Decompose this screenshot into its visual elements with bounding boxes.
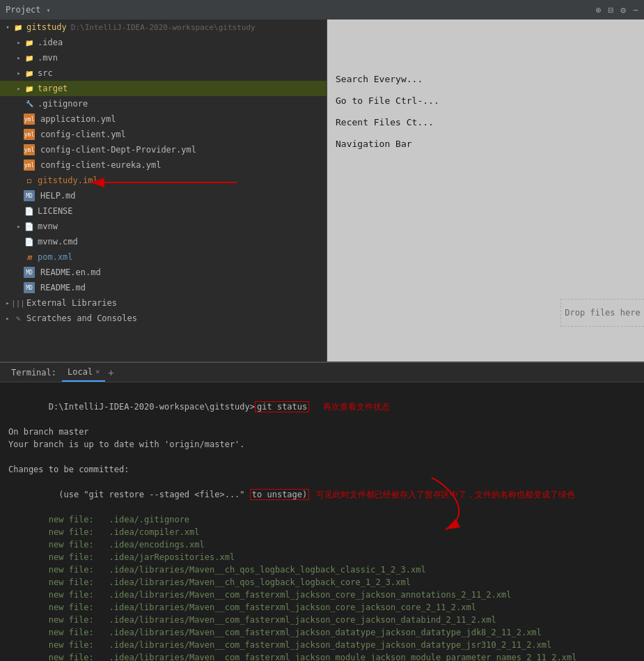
terminal-area: Terminal: Local × + D:\IntelliJ-IDEA-202… [0,361,644,661]
config-eureka-icon: yml [24,160,35,171]
terminal-line-branch: On branch master [8,426,636,438]
tree-item-mvnw-cmd[interactable]: 📄 mvnw.cmd [0,234,327,249]
terminal-line-unstage: (use "git restore --staged <file>..." to… [8,476,636,513]
tree-item-license[interactable]: 📄 LICENSE [0,203,327,219]
globe-icon[interactable]: ⊕ [596,5,602,15]
tree-item-src[interactable]: 📁 src [0,65,327,81]
add-tab-button[interactable]: + [105,367,116,378]
root-name: gitstudy [26,22,67,32]
readme-en-label: README.en.md [40,267,101,277]
tree-item-help[interactable]: MD HELP.md [0,188,327,203]
tree-item-iml[interactable]: ◻ gitstudy.iml [0,173,327,188]
terminal-line-f2: new file: .idea/compiler.xml [8,526,636,538]
config-eureka-label: config-client-eureka.yml [40,160,161,170]
terminal-line-f5: new file: .idea/libraries/Maven__ch_qos_… [8,563,636,576]
minimize-icon[interactable]: − [633,5,638,15]
help-icon: MD [24,190,35,201]
terminal-label: Terminal: [6,363,62,382]
tree-item-scratches[interactable]: ✎ Scratches and Consoles [0,311,327,326]
project-panel: 📁 gitstudy D:\IntelliJ-IDEA-2020-workspa… [0,20,327,361]
target-arrow [14,84,24,93]
readme-label: README.md [40,283,86,293]
cmd-text: git status [255,401,309,412]
terminal-content: D:\IntelliJ-IDEA-2020-workspace\gitstudy… [0,382,644,661]
menu-item-goto[interactable]: Go to File Ctrl-... [327,90,644,111]
terminal-line-f4: new file: .idea/jarRepositories.xml [8,551,636,563]
src-label: src [38,68,53,78]
scratches-icon: ✎ [13,313,24,324]
terminal-line-uptodate: Your branch is up to date with 'origin/m… [8,438,636,451]
target-label: target [38,84,68,93]
mvnw-label: mvnw [38,221,58,231]
terminal-line-f9: new file: .idea/libraries/Maven__com_fas… [8,614,636,626]
drop-files-area: Drop files here [560,299,644,327]
right-panel: Search Everyw... Go to File Ctrl-... Rec… [327,20,644,361]
gitignore-label: .gitignore [38,99,88,109]
mvnw-arrow [14,221,24,231]
settings-icon[interactable]: ⚙ [620,5,626,15]
license-label: LICENSE [38,206,73,216]
idea-folder-icon: 📁 [24,37,35,48]
idea-label: .idea [38,38,63,47]
local-tab-name: Local [68,367,93,377]
pom-label: pom.xml [38,252,73,262]
tree-item-readme[interactable]: MD README.md [0,280,327,295]
terminal-line-f7: new file: .idea/libraries/Maven__com_fas… [8,589,636,601]
tree-root[interactable]: 📁 gitstudy D:\IntelliJ-IDEA-2020-workspa… [0,20,327,35]
help-label: HELP.md [40,191,76,201]
tree-item-mvnw[interactable]: 📄 mvnw [0,219,327,234]
mvn-folder-icon: 📁 [24,52,35,63]
terminal-tab-local[interactable]: Local × [62,363,105,382]
toolbar: Project ▾ ⊕ ⊟ ⚙ − [0,0,644,20]
readme-icon: MD [24,282,35,293]
root-arrow [3,22,13,32]
terminal-line-f6: new file: .idea/libraries/Maven__ch_qos_… [8,576,636,589]
tree-item-pom[interactable]: m pom.xml [0,249,327,265]
tree-item-target[interactable]: 📁 target [0,81,327,96]
terminal-line-changes: Changes to be committed: [8,463,636,476]
mvnw-cmd-icon: 📄 [24,236,35,247]
root-folder-icon: 📁 [13,22,24,33]
menu-item-recent[interactable]: Recent Files Ct... [327,111,644,133]
config-dept-label: config-client-Dept-Provider.yml [40,145,196,155]
menu-item-navbar[interactable]: Navigation Bar [327,133,644,155]
terminal-line-f1: new file: .idea/.gitignore [8,513,636,526]
tab-close-icon[interactable]: × [95,368,100,375]
toolbar-dropdown-icon[interactable]: ▾ [47,6,51,14]
app-yml-label: application.yml [40,114,116,124]
config-dept-icon: yml [24,144,35,155]
tree-item-app-yml[interactable]: yml application.yml [0,111,327,127]
ext-libs-label: External Libraries [26,298,117,308]
terminal-tabs: Terminal: Local × + [0,363,644,382]
mvn-arrow [14,53,24,63]
tree-item-config-eureka[interactable]: yml config-client-eureka.yml [0,157,327,173]
config-client-icon: yml [24,129,35,140]
tree-item-idea[interactable]: 📁 .idea [0,35,327,50]
root-path: D:\IntelliJ-IDEA-2020-workspace\gitstudy [71,23,256,32]
tree-item-mvn[interactable]: 📁 .mvn [0,50,327,65]
right-menu: Search Everyw... Go to File Ctrl-... Rec… [327,26,644,155]
idea-arrow [14,38,24,47]
toolbar-actions: ⊕ ⊟ ⚙ − [596,5,638,15]
split-icon[interactable]: ⊟ [608,5,614,15]
gitignore-icon: 🔧 [24,98,35,109]
tree-item-readme-en[interactable]: MD README.en.md [0,265,327,280]
menu-item-search[interactable]: Search Everyw... [327,68,644,90]
tree-item-ext-libs[interactable]: ||| External Libraries [0,295,327,311]
terminal-line-f3: new file: .idea/encodings.xml [8,538,636,551]
tree-item-config-dept[interactable]: yml config-client-Dept-Provider.yml [0,142,327,157]
pom-icon: m [24,251,35,263]
unstage-text: (use "git restore --staged <file>..." [49,490,250,499]
terminal-line-f12: new file: .idea/libraries/Maven__com_fas… [8,651,636,661]
unstage-highlight: to unstage) [250,489,309,500]
mvnw-icon: 📄 [24,221,35,232]
mvnw-cmd-label: mvnw.cmd [38,237,78,247]
cmd-path: D:\IntelliJ-IDEA-2020-workspace\gitstudy… [49,402,255,412]
tree-item-gitignore[interactable]: 🔧 .gitignore [0,96,327,111]
goto-label: Go to File Ctrl-... [336,95,439,106]
tree-item-config-client[interactable]: yml config-client.yml [0,127,327,142]
src-arrow [14,68,24,78]
unstage-annotation: 可见此时文件都已经被存入了暂存区中了，文件的名称也都变成了绿色 [316,490,575,499]
mvn-label: .mvn [38,53,58,63]
ext-libs-icon: ||| [13,297,24,309]
